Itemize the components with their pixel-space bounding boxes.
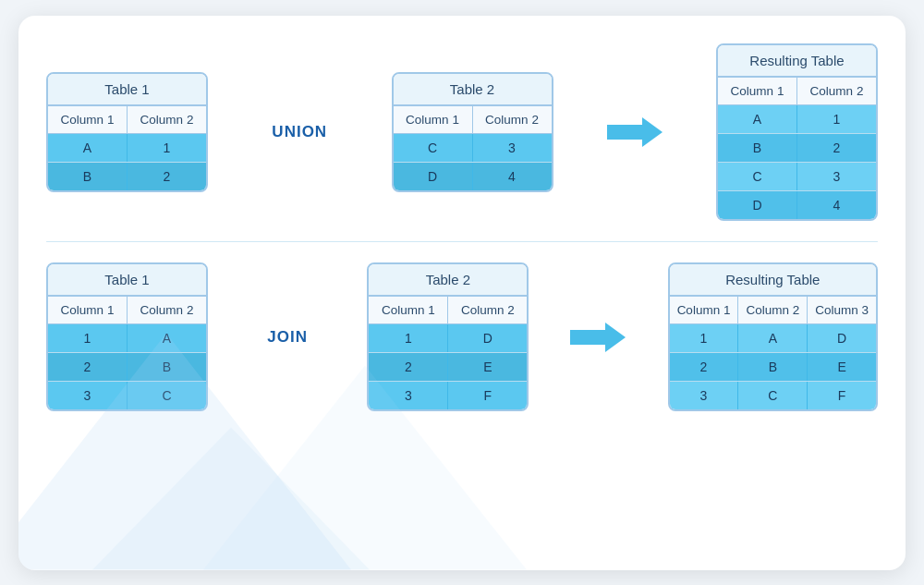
- table-cell: 3: [369, 382, 448, 409]
- table-cell: B: [128, 353, 206, 381]
- main-card: Table 1Column 1Column 2A1B2UNIONTable 2C…: [18, 16, 906, 570]
- table-cell: 2: [670, 353, 739, 381]
- column-header: Column 2: [128, 297, 206, 323]
- table-title: Table 1: [48, 74, 206, 106]
- table-cell: B: [48, 163, 128, 190]
- diagram-section-union: Table 1Column 1Column 2A1B2UNIONTable 2C…: [46, 43, 878, 221]
- table-title: Resulting Table: [670, 264, 876, 297]
- table-row: 2E: [369, 353, 527, 382]
- table-row: D4: [718, 191, 876, 219]
- table-title: Table 2: [394, 74, 552, 106]
- column-header: Column 2: [738, 297, 808, 323]
- table-row: 1D: [369, 324, 527, 353]
- table-cell: 3: [473, 134, 552, 162]
- table-cell: D: [448, 324, 527, 352]
- source-table: Table 2Column 1Column 21D2E3F: [367, 262, 529, 411]
- column-header-row: Column 1Column 2: [48, 106, 206, 134]
- source-table: Table 2Column 1Column 2C3D4: [392, 72, 553, 192]
- table-row: C3: [718, 163, 876, 191]
- source-table: Table 1Column 1Column 21A2B3C: [46, 262, 208, 411]
- table-cell: 1: [48, 324, 128, 352]
- column-header: Column 1: [48, 106, 128, 133]
- table-cell: A: [738, 324, 808, 352]
- column-header-row: Column 1Column 2: [718, 78, 876, 105]
- column-header-row: Column 1Column 2Column 3: [670, 297, 876, 324]
- column-header: Column 2: [448, 297, 527, 323]
- table-row: A1: [718, 105, 876, 134]
- table-row: 3F: [369, 382, 527, 409]
- table-cell: 2: [797, 134, 876, 162]
- table-title: Resulting Table: [718, 45, 876, 78]
- table-cell: E: [808, 353, 876, 381]
- column-header: Column 1: [369, 297, 448, 323]
- table-cell: 1: [128, 134, 206, 162]
- section-divider: [46, 241, 878, 243]
- result-table: Resulting TableColumn 1Column 2A1B2C3D4: [716, 43, 878, 221]
- table-cell: 2: [128, 163, 206, 190]
- column-header: Column 3: [808, 297, 876, 323]
- column-header-row: Column 1Column 2: [369, 297, 527, 324]
- table-cell: 2: [369, 353, 448, 381]
- table-row: 2B: [48, 353, 206, 382]
- table-cell: B: [738, 353, 808, 381]
- table-row: 2BE: [670, 353, 876, 382]
- table-cell: 2: [48, 353, 128, 381]
- column-header: Column 2: [797, 78, 876, 104]
- table-cell: 1: [797, 105, 876, 133]
- column-header: Column 2: [473, 106, 552, 133]
- table-cell: 3: [670, 382, 739, 409]
- table-row: 3CF: [670, 382, 876, 409]
- section-row: Table 1Column 1Column 2A1B2UNIONTable 2C…: [46, 43, 878, 221]
- table-cell: C: [718, 163, 797, 190]
- column-header: Column 1: [48, 297, 128, 323]
- column-header: Column 1: [394, 106, 473, 133]
- table-cell: A: [718, 105, 797, 133]
- table-row: B2: [48, 163, 206, 190]
- table-cell: C: [738, 382, 808, 409]
- arrow-icon: [607, 116, 663, 149]
- table-row: 3C: [48, 382, 206, 409]
- table-cell: A: [128, 324, 206, 352]
- table-cell: D: [394, 163, 473, 190]
- table-cell: F: [448, 382, 527, 409]
- table-cell: 4: [797, 191, 876, 219]
- table-row: A1: [48, 134, 206, 163]
- table-cell: C: [128, 382, 206, 409]
- result-table: Resulting TableColumn 1Column 2Column 31…: [668, 262, 878, 411]
- operator-label: UNION: [267, 123, 332, 141]
- diagram-section-join: Table 1Column 1Column 21A2B3CJOINTable 2…: [46, 262, 878, 411]
- section-row: Table 1Column 1Column 21A2B3CJOINTable 2…: [46, 262, 878, 411]
- table-cell: C: [394, 134, 473, 162]
- column-header: Column 2: [128, 106, 206, 133]
- table-title: Table 2: [369, 264, 527, 297]
- operator-label: JOIN: [255, 328, 320, 347]
- table-row: B2: [718, 134, 876, 163]
- svg-marker-0: [607, 117, 663, 147]
- table-cell: 4: [473, 163, 552, 190]
- table-row: C3: [394, 134, 552, 163]
- table-cell: E: [448, 353, 527, 381]
- column-header: Column 1: [718, 78, 797, 104]
- table-cell: A: [48, 134, 128, 162]
- svg-marker-1: [570, 323, 626, 352]
- column-header-row: Column 1Column 2: [48, 297, 206, 324]
- table-cell: 3: [797, 163, 876, 190]
- source-table: Table 1Column 1Column 2A1B2: [46, 72, 208, 192]
- table-cell: 1: [369, 324, 448, 352]
- column-header: Column 1: [670, 297, 739, 323]
- table-cell: 3: [48, 382, 128, 409]
- arrow-icon: [570, 321, 626, 354]
- table-cell: D: [718, 191, 797, 219]
- table-cell: B: [718, 134, 797, 162]
- table-cell: F: [808, 382, 876, 409]
- column-header-row: Column 1Column 2: [394, 106, 552, 134]
- table-cell: D: [808, 324, 876, 352]
- table-title: Table 1: [48, 264, 206, 297]
- table-row: 1A: [48, 324, 206, 353]
- table-row: 1AD: [670, 324, 876, 353]
- table-row: D4: [394, 163, 552, 190]
- table-cell: 1: [670, 324, 739, 352]
